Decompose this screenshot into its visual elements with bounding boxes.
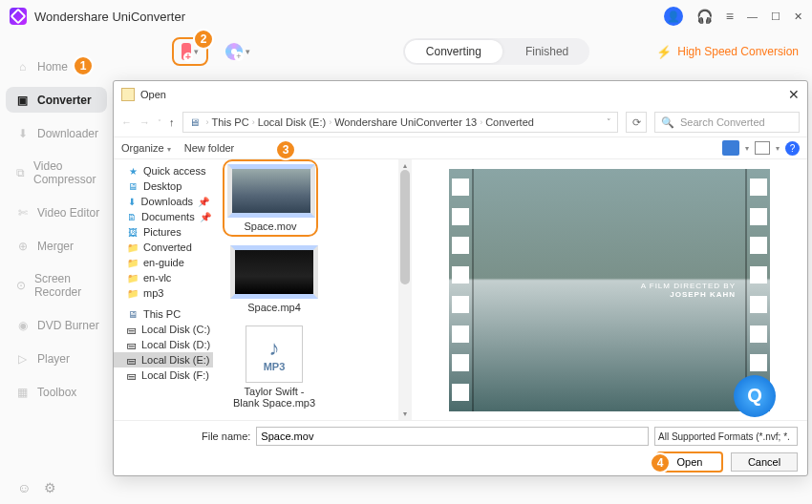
settings-icon[interactable]: ⚙ <box>44 480 56 495</box>
app-toolbar: ▾ + ▾ Converting Finished ⚡ High Speed C… <box>0 32 812 71</box>
scissors-icon: ✄ <box>15 205 30 220</box>
dialog-nav: ← → ˅ ↑ 🖥 › This PC› Local Disk (E:)› Wo… <box>114 108 807 136</box>
chevron-down-icon: ▾ <box>246 47 250 56</box>
home-icon: ⌂ <box>15 59 30 74</box>
dialog-title: Open <box>140 89 166 100</box>
dialog-toolbar: Organize ▾ New folder ▾ ▾ ? <box>114 136 807 159</box>
search-icon: 🔍 <box>661 116 674 129</box>
compress-icon: ⧉ <box>15 166 26 180</box>
view-mode-icon[interactable] <box>722 140 739 156</box>
menu-icon[interactable]: ≡ <box>726 9 734 24</box>
bottom-bar: ☺ ⚙ <box>0 472 113 504</box>
callout-badge-4: 4 <box>650 452 671 473</box>
add-document-icon <box>182 43 191 60</box>
file-open-dialog: Open ✕ ← → ˅ ↑ 🖥 › This PC› Local Disk (… <box>113 80 808 476</box>
refresh-button[interactable]: ⟳ <box>626 112 647 133</box>
nav-recent-icon[interactable]: ˅ <box>158 118 161 127</box>
status-tabs: Converting Finished <box>403 38 589 65</box>
bolt-icon: ⚡ <box>656 45 672 59</box>
minimize-button[interactable]: — <box>747 10 758 22</box>
download-icon: ⬇ <box>15 126 30 140</box>
tree-this-pc[interactable]: 🖥This PC <box>114 306 213 322</box>
converter-icon: ▣ <box>15 93 30 107</box>
quicktime-icon: Q <box>734 375 776 417</box>
cancel-button[interactable]: Cancel <box>731 452 798 472</box>
preview-pane-icon[interactable] <box>755 141 770 155</box>
sidebar-item-merger[interactable]: ⊕ Merger <box>0 233 113 259</box>
tree-pictures[interactable]: 🖼Pictures <box>114 224 213 240</box>
tree-envlc[interactable]: 📁en-vlc <box>114 270 213 285</box>
merge-icon: ⊕ <box>15 239 30 253</box>
organize-menu[interactable]: Organize ▾ <box>121 142 171 154</box>
record-icon: ⊙ <box>15 279 27 293</box>
file-list: Space.mov Space.mp4 ♪MP3 Taylor Swift - … <box>213 159 398 420</box>
load-dvd-icon[interactable]: + <box>225 43 243 60</box>
music-note-icon: ♪ <box>269 336 280 361</box>
sidebar-item-editor[interactable]: ✄ Video Editor <box>0 200 113 225</box>
maximize-button[interactable]: ☐ <box>771 10 780 23</box>
grid-icon: ▦ <box>15 385 30 399</box>
dialog-close-button[interactable]: ✕ <box>788 87 800 102</box>
tree-downloads[interactable]: ⬇Downloads📌 <box>114 194 213 209</box>
play-icon: ▷ <box>15 351 30 366</box>
tree-quick-access[interactable]: ★Quick access <box>114 163 213 178</box>
sidebar-item-toolbox[interactable]: ▦ Toolbox <box>0 379 113 405</box>
help-icon[interactable]: ? <box>785 141 800 156</box>
support-icon[interactable]: 🎧 <box>696 9 713 24</box>
sidebar-item-dvd[interactable]: ◉ DVD Burner <box>0 312 113 338</box>
tree-documents[interactable]: 🗎Documents📌 <box>114 209 213 224</box>
dialog-footer: File name: Open Cancel <box>114 420 807 475</box>
sidebar-item-compressor[interactable]: ⧉ Video Compressor <box>0 154 113 192</box>
pc-icon: 🖥 <box>189 116 200 128</box>
emoji-icon[interactable]: ☺ <box>17 480 31 495</box>
tree-enguide[interactable]: 📁en-guide <box>114 255 213 270</box>
file-list-scrollbar[interactable]: ▴ ▾ <box>398 159 412 420</box>
high-speed-link[interactable]: ⚡ High Speed Conversion <box>656 45 799 59</box>
callout-badge-1: 1 <box>73 55 94 76</box>
dvd-icon: ◉ <box>15 318 30 332</box>
sidebar-item-converter[interactable]: ▣ Converter <box>6 87 107 113</box>
sidebar-item-player[interactable]: ▷ Player <box>0 346 113 371</box>
sidebar: ⌂ Home ▣ Converter ⬇ Downloader ⧉ Video … <box>0 32 113 504</box>
format-select[interactable] <box>654 427 798 446</box>
sidebar-item-downloader[interactable]: ⬇ Downloader <box>0 120 113 146</box>
search-input[interactable]: 🔍 Search Converted <box>654 112 800 133</box>
nav-up-icon[interactable]: ↑ <box>169 116 175 128</box>
tree-converted[interactable]: 📁Converted <box>114 240 213 255</box>
file-item-space-mov[interactable]: Space.mov <box>223 159 318 237</box>
nav-tree: ★Quick access 🖥Desktop ⬇Downloads📌 🗎Docu… <box>114 159 213 420</box>
filename-input[interactable] <box>256 427 649 446</box>
preview-image: A FILM DIRECTED BY JOSEPH KAHN Q <box>449 169 770 411</box>
path-breadcrumb[interactable]: 🖥 › This PC› Local Disk (E:)› Wondershar… <box>182 112 619 133</box>
folder-icon <box>121 88 135 101</box>
tree-disk-f[interactable]: 🖴Local Disk (F:) <box>114 368 213 383</box>
filename-label: File name: <box>202 430 250 442</box>
close-button[interactable]: ✕ <box>794 10 802 23</box>
tab-finished[interactable]: Finished <box>504 38 589 65</box>
account-avatar-icon[interactable]: 👤 <box>664 7 683 26</box>
dialog-titlebar: Open ✕ <box>114 81 807 108</box>
file-item-mp3[interactable]: ♪MP3 Taylor Swift - Blank Space.mp3 <box>226 326 322 409</box>
file-item-space-mp4[interactable]: Space.mp4 <box>226 245 322 313</box>
tree-mp3[interactable]: 📁mp3 <box>114 285 213 301</box>
app-title: Wondershare UniConverter <box>34 10 185 24</box>
callout-badge-3: 3 <box>275 139 296 160</box>
preview-pane: A FILM DIRECTED BY JOSEPH KAHN Q <box>412 159 807 420</box>
sidebar-item-recorder[interactable]: ⊙ Screen Recorder <box>0 266 113 304</box>
tree-disk-e[interactable]: 🖴Local Disk (E:) <box>114 352 213 368</box>
tree-disk-c[interactable]: 🖴Local Disk (C:) <box>114 322 213 337</box>
sidebar-item-home[interactable]: ⌂ Home <box>0 53 113 79</box>
nav-back-icon[interactable]: ← <box>121 116 132 128</box>
app-logo-icon <box>10 8 27 25</box>
tree-desktop[interactable]: 🖥Desktop <box>114 178 213 194</box>
tree-disk-d[interactable]: 🖴Local Disk (D:) <box>114 337 213 352</box>
callout-badge-2: 2 <box>193 29 214 50</box>
app-titlebar: Wondershare UniConverter 👤 🎧 ≡ — ☐ ✕ <box>0 0 812 32</box>
tab-converting[interactable]: Converting <box>405 40 502 63</box>
nav-forward-icon[interactable]: → <box>139 116 150 128</box>
new-folder-button[interactable]: New folder <box>184 142 235 154</box>
